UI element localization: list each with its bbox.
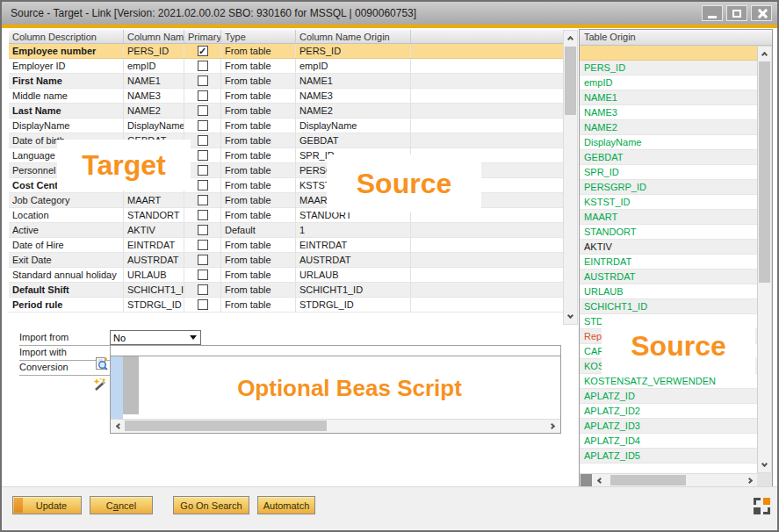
preview-script-button[interactable] — [94, 356, 109, 375]
primary-checkbox[interactable] — [198, 210, 208, 220]
maximize-button[interactable] — [726, 5, 747, 21]
table-row[interactable]: ActiveAKTIVDefault1 — [9, 223, 563, 238]
primary-checkbox[interactable] — [198, 120, 208, 131]
close-button[interactable] — [751, 5, 772, 21]
header-primary[interactable]: Primary — [184, 30, 221, 43]
list-item[interactable]: KOS — [580, 359, 757, 374]
panel-horizontal-scrollbar[interactable] — [580, 473, 759, 487]
primary-checkbox[interactable] — [198, 255, 208, 265]
table-row[interactable]: Personnel groupPERSGRP_IDFrom tablePERSG… — [9, 163, 563, 178]
expand-resize-button[interactable] — [754, 498, 770, 514]
table-row[interactable]: Date of HireEINTRDATFrom tableEINTRDAT — [9, 238, 563, 253]
scrollbar-thumb[interactable] — [125, 421, 327, 431]
list-item[interactable]: SPR_ID — [580, 165, 757, 180]
table-vertical-scrollbar[interactable] — [563, 30, 578, 325]
scrollbar-thumb[interactable] — [565, 47, 576, 115]
list-item[interactable]: GEBDAT — [580, 150, 757, 165]
primary-checkbox[interactable] — [198, 270, 208, 280]
primary-checkbox[interactable] — [198, 75, 208, 86]
primary-checkbox[interactable] — [198, 299, 208, 310]
scroll-left-button[interactable] — [111, 420, 125, 432]
table-row[interactable]: Employer IDempIDFrom tableempID — [9, 59, 563, 74]
scroll-down-button[interactable] — [564, 310, 577, 324]
list-item[interactable]: Rep — [580, 329, 757, 344]
list-item[interactable]: URLAUB — [580, 284, 757, 299]
panel-vertical-scrollbar[interactable] — [757, 46, 772, 473]
list-item[interactable]: AKTIV — [580, 240, 757, 255]
header-column-name-origin[interactable]: Column Name Origin — [296, 30, 411, 43]
table-row[interactable]: LocationSTANDORTFrom tableSTANDORT — [9, 208, 563, 223]
scroll-up-button[interactable] — [564, 31, 577, 45]
primary-checkbox[interactable] — [198, 195, 208, 205]
table-row[interactable]: First NameNAME1From tableNAME1 — [9, 74, 563, 89]
list-item[interactable]: NAME2 — [580, 120, 757, 135]
scroll-right-button[interactable] — [546, 420, 560, 432]
header-column-description[interactable]: Column Description — [9, 30, 124, 43]
list-item[interactable]: NAME3 — [580, 105, 757, 120]
list-item[interactable]: APLATZ_ID5 — [580, 449, 757, 464]
scroll-down-button[interactable] — [758, 458, 771, 472]
primary-checkbox[interactable] — [198, 150, 208, 161]
scroll-right-button[interactable] — [744, 474, 758, 486]
list-item[interactable]: CAR — [580, 344, 757, 359]
list-item[interactable]: NAME1 — [580, 90, 757, 105]
scrollbar-thumb[interactable] — [759, 61, 770, 283]
script-wizard-button[interactable] — [92, 377, 109, 397]
list-item[interactable]: APLATZ_ID4 — [580, 434, 757, 449]
list-item[interactable]: EINTRDAT — [580, 255, 757, 270]
table-row[interactable]: Cost CenterKSTST_IDFrom tableKSTST_ID — [9, 178, 563, 193]
primary-checkbox[interactable] — [198, 284, 208, 295]
list-item[interactable]: APLATZ_ID — [580, 389, 757, 404]
primary-checkbox[interactable] — [198, 61, 208, 71]
list-item[interactable]: MAART — [580, 210, 757, 225]
list-item[interactable]: PERS_ID — [580, 61, 757, 75]
import-from-dropdown[interactable]: No — [110, 330, 201, 345]
cell-column-name: NAME3 — [124, 89, 184, 103]
editor-horizontal-scrollbar[interactable] — [111, 419, 560, 433]
table-origin-header[interactable]: Table Origin — [580, 30, 772, 46]
primary-checkbox[interactable] — [198, 240, 208, 250]
list-item[interactable]: AUSTRDAT — [580, 270, 757, 284]
table-row[interactable]: Exit DateAUSTRDATFrom tableAUSTRDAT — [9, 253, 563, 268]
scroll-left-button[interactable] — [592, 474, 606, 486]
go-on-search-button[interactable]: Go On Search — [173, 496, 249, 514]
list-item[interactable]: STDRGL_ID — [580, 314, 757, 329]
table-row[interactable]: Default ShiftSCHICHT1_IDFrom tableSCHICH… — [9, 283, 563, 298]
table-row[interactable]: Standard annual holidayURLAUBFrom tableU… — [9, 268, 563, 283]
list-item[interactable]: DisplayName — [580, 135, 757, 150]
table-row[interactable]: Middle nameNAME3From tableNAME3 — [9, 89, 563, 104]
table-row[interactable]: Date of birthGEBDATFrom tableGEBDAT — [9, 133, 563, 148]
conversion-script-editor[interactable] — [110, 356, 561, 434]
table-row[interactable]: Last NameNAME2From tableNAME2 — [9, 104, 563, 119]
header-type[interactable]: Type — [221, 30, 296, 43]
list-item[interactable]: SCHICHT1_ID — [580, 299, 757, 314]
cancel-button[interactable]: Cancel — [90, 496, 153, 514]
list-item[interactable]: KOSTENSATZ_VERWENDEN — [580, 374, 757, 389]
table-row[interactable]: Job CategoryMAARTFrom tableMAART — [9, 193, 563, 208]
header-column-name[interactable]: Column Name — [124, 30, 184, 43]
titlebar[interactable]: Source - Target - Link [Version: 2021.02… — [2, 2, 777, 25]
primary-checkbox[interactable] — [198, 105, 208, 116]
list-item[interactable]: KSTST_ID — [580, 195, 757, 210]
primary-checkbox[interactable] — [198, 165, 208, 176]
list-item[interactable]: STANDORT — [580, 225, 757, 240]
list-item[interactable]: empID — [580, 75, 757, 90]
primary-checkbox[interactable] — [198, 225, 208, 235]
table-row[interactable]: Period ruleSTDRGL_IDFrom tableSTDRGL_ID — [9, 298, 563, 313]
list-item[interactable]: PERSGRP_ID — [580, 180, 757, 195]
scrollbar-thumb[interactable] — [610, 475, 686, 485]
list-item[interactable]: APLATZ_ID3 — [580, 419, 757, 434]
list-item[interactable]: APLATZ_ID2 — [580, 404, 757, 419]
table-row[interactable]: DisplayNameDisplayNameFrom tableDisplayN… — [9, 119, 563, 133]
list-item[interactable] — [580, 46, 757, 61]
minimize-button[interactable] — [702, 5, 723, 21]
primary-checkbox[interactable] — [198, 180, 208, 191]
table-row[interactable]: LanguageSPR_IDFrom tableSPR_ID — [9, 148, 563, 163]
table-row[interactable]: Employee numberPERS_ID✓From tablePERS_ID — [9, 44, 563, 59]
primary-checkbox[interactable] — [198, 90, 208, 101]
update-button[interactable]: Update — [12, 496, 82, 514]
primary-checkbox[interactable]: ✓ — [198, 46, 208, 56]
scroll-up-button[interactable] — [758, 47, 771, 61]
automatch-button[interactable]: Automatch — [257, 496, 315, 514]
primary-checkbox[interactable] — [198, 135, 208, 146]
